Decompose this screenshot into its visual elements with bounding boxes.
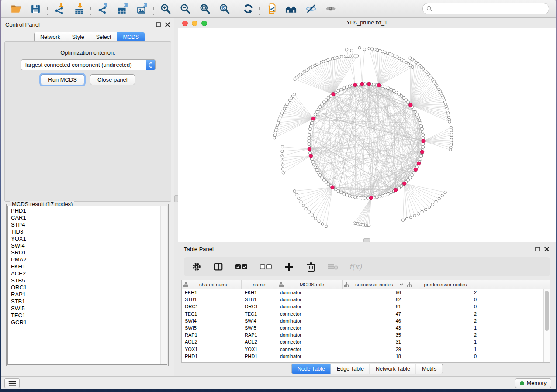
show-elements-icon[interactable] — [325, 3, 336, 15]
export-network-icon[interactable] — [97, 3, 108, 15]
table-row[interactable]: PHD1PHD1dominator180 — [182, 353, 550, 360]
mcds-result-item[interactable]: YOX1 — [8, 235, 167, 242]
export-image-icon[interactable] — [136, 3, 148, 15]
mcds-result-item[interactable]: TEC1 — [8, 312, 167, 319]
close-panel-icon[interactable] — [544, 247, 549, 251]
zoom-selected-icon[interactable] — [218, 3, 230, 15]
table-row[interactable]: ORC1ORC1dominator610 — [182, 303, 550, 310]
deselect-all-icon[interactable] — [259, 261, 273, 272]
table-row[interactable]: ACE2ACE2connector311 — [182, 338, 550, 345]
table-row[interactable]: FKH1FKH1dominator962 — [182, 289, 550, 296]
tab-mcds[interactable]: MCDS — [117, 32, 145, 42]
hierarchy-icon — [183, 282, 188, 287]
select-all-icon[interactable] — [235, 261, 249, 272]
table-row[interactable]: TEC1TEC1connector472 — [182, 310, 550, 317]
table-row[interactable]: SWI5SWI5connector431 — [182, 324, 550, 331]
application-window: Control Panel Network Style Select MCDS … — [1, 0, 556, 389]
function-builder-icon[interactable]: f(x) — [349, 262, 362, 271]
zoom-in-icon[interactable] — [159, 3, 171, 15]
mcds-list-scrollbar[interactable] — [160, 206, 167, 364]
search-box[interactable] — [422, 3, 549, 14]
tab-node-table[interactable]: Node Table — [292, 364, 331, 374]
task-history-button[interactable] — [4, 378, 20, 388]
column-header-mcds-role[interactable]: MCDS role — [277, 280, 343, 289]
float-panel-icon[interactable] — [535, 247, 540, 251]
home-views-icon[interactable] — [285, 3, 297, 15]
table-cell: dominator — [277, 297, 343, 302]
table-scrollbar-thumb[interactable] — [545, 291, 549, 331]
network-graph[interactable] — [178, 28, 556, 242]
column-header-shared-name[interactable]: shared name — [182, 280, 242, 289]
canvas-splitter-grip[interactable] — [363, 238, 370, 242]
hide-elements-icon[interactable] — [305, 3, 317, 15]
clone-network-icon[interactable] — [266, 3, 277, 15]
mcds-result-item[interactable]: GCR1 — [8, 319, 167, 326]
mcds-result-item[interactable]: STP4 — [8, 221, 167, 228]
zoom-out-icon[interactable] — [179, 3, 191, 15]
save-icon[interactable] — [30, 3, 42, 15]
table-cell: 1 — [405, 339, 481, 344]
mcds-result-item[interactable]: PMA2 — [8, 256, 167, 263]
table-panel-tabs: Node Table Edge Table Network Table Moti… — [291, 364, 443, 374]
memory-button[interactable]: Memory — [515, 378, 551, 388]
run-mcds-button[interactable]: Run MCDS — [41, 74, 84, 85]
import-table-icon[interactable] — [73, 3, 85, 15]
tab-edge-table[interactable]: Edge Table — [331, 364, 370, 374]
table-row[interactable]: YOX1YOX1connector291 — [182, 346, 550, 353]
tab-network-table[interactable]: Network Table — [370, 364, 416, 374]
float-panel-icon[interactable] — [156, 22, 161, 27]
table-row[interactable]: STB1STB1dominator620 — [182, 296, 550, 303]
delete-table-icon[interactable] — [327, 261, 339, 272]
table-row[interactable]: RAP1RAP1dominator352 — [182, 331, 550, 338]
mcds-result-item[interactable]: TID3 — [8, 228, 167, 235]
search-input[interactable] — [435, 5, 545, 12]
zoom-fit-icon[interactable] — [199, 3, 211, 15]
mcds-result-item[interactable]: PHD1 — [8, 207, 167, 214]
column-selector-icon[interactable] — [213, 261, 224, 272]
close-panel-button[interactable]: Close panel — [90, 74, 135, 85]
table-cell: SWI4 — [242, 318, 277, 323]
column-header-successor-nodes[interactable]: successor nodes — [343, 280, 405, 289]
table-cell: PHD1 — [242, 354, 277, 359]
optimization-criterion-label: Optimization criterion: — [5, 49, 171, 56]
mcds-result-item[interactable]: SRD1 — [8, 249, 167, 256]
table-cell: dominator — [277, 318, 343, 323]
import-network-icon[interactable] — [53, 3, 65, 15]
table-cell: ORC1 — [242, 304, 277, 309]
export-table-icon[interactable] — [116, 3, 128, 15]
tab-network[interactable]: Network — [35, 32, 66, 42]
tab-motifs[interactable]: Motifs — [416, 364, 442, 374]
mcds-result-item[interactable]: SWI5 — [8, 305, 167, 312]
mcds-result-item[interactable]: STB5 — [8, 277, 167, 284]
table-cell: 1 — [405, 347, 481, 352]
table-cell: 61 — [343, 304, 405, 309]
mcds-result-item[interactable]: ORC1 — [8, 284, 167, 291]
delete-column-icon[interactable] — [305, 261, 317, 272]
column-header-predecessor-nodes[interactable]: predecessor nodes — [405, 280, 481, 289]
refresh-icon[interactable] — [242, 3, 254, 15]
table-cell: TEC1 — [242, 311, 277, 316]
tab-style[interactable]: Style — [66, 32, 90, 42]
network-canvas[interactable] — [178, 28, 556, 242]
status-bar: Memory — [1, 376, 556, 389]
column-header-name[interactable]: name — [242, 280, 277, 289]
table-row[interactable]: SWI4SWI4dominator462 — [182, 317, 550, 324]
mcds-result-item[interactable]: FKH1 — [8, 263, 167, 270]
tab-select[interactable]: Select — [90, 32, 118, 42]
criterion-dropdown[interactable]: largest connected component (undirected) — [21, 59, 156, 70]
close-panel-icon[interactable] — [165, 22, 170, 27]
control-panel: Control Panel Network Style Select MCDS … — [1, 18, 174, 376]
mcds-result-item[interactable]: SWI4 — [8, 242, 167, 249]
add-column-icon[interactable] — [284, 261, 295, 272]
mcds-result-item[interactable]: STB1 — [8, 298, 167, 305]
mcds-result-item[interactable]: CAR1 — [8, 214, 167, 221]
table-options-gear-icon[interactable] — [191, 261, 202, 272]
open-folder-icon[interactable] — [10, 3, 22, 15]
mcds-result-list: PHD1CAR1STP4TID3YOX1SWI4SRD1PMA2FKH1ACE2… — [8, 206, 167, 326]
mcds-result-item[interactable]: ACE2 — [8, 270, 167, 277]
mcds-result-list-box: PHD1CAR1STP4TID3YOX1SWI4SRD1PMA2FKH1ACE2… — [7, 206, 167, 365]
table-scrollbar[interactable] — [543, 289, 550, 362]
network-window-titlebar[interactable]: YPA_prune.txt_1 — [178, 18, 556, 28]
mcds-result-item[interactable]: RAP1 — [8, 291, 167, 298]
table-cell: YOX1 — [242, 347, 277, 352]
